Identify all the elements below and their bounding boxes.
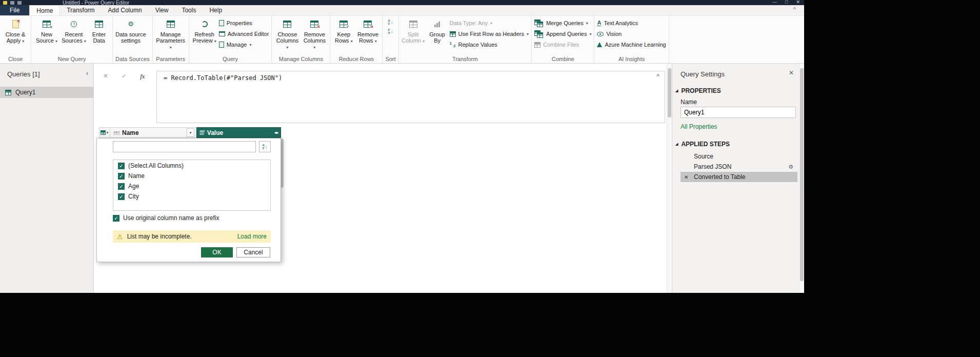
filter-search-input[interactable] xyxy=(113,141,256,152)
sort-az-icon: AZ ↓ xyxy=(263,144,268,150)
manage-parameters-button[interactable]: Manage Parameters ▾ xyxy=(155,16,186,51)
sort-arrow-icon: ↓ xyxy=(391,29,393,34)
filter-item-age[interactable]: ✓ Age xyxy=(113,181,270,191)
vision-button[interactable]: Vision xyxy=(597,30,666,37)
text-analytics-button[interactable]: A Text Analytics xyxy=(597,19,666,27)
settings-vertical-scrollbar[interactable] xyxy=(799,64,804,293)
formula-text[interactable]: = Record.ToTable(#"Parsed JSON") xyxy=(164,74,282,82)
tab-add-column[interactable]: Add Column xyxy=(102,5,149,15)
tab-view[interactable]: View xyxy=(149,5,175,15)
caret-down-icon: ▾ xyxy=(375,39,377,44)
column-header-name[interactable]: ABC Name ▾ xyxy=(110,127,196,138)
choose-columns-button[interactable]: Choose Columns ▾ xyxy=(274,16,300,51)
properties-button[interactable]: Properties xyxy=(219,19,269,27)
remove-rows-button[interactable]: Remove Rows ▾ xyxy=(356,16,379,45)
scrollbar-thumb[interactable] xyxy=(800,68,804,281)
checkbox-checked[interactable]: ✓ xyxy=(113,215,119,222)
merge-queries-button[interactable]: Merge Queries ▾ xyxy=(534,19,592,27)
main-content: Queries [1] ‹ Query1 ✕ ✓ fx = Record.ToT… xyxy=(0,64,804,293)
cancel-button[interactable]: Cancel xyxy=(236,247,270,257)
tab-home[interactable]: Home xyxy=(29,5,60,15)
keep-rows-button[interactable]: Keep Rows ▾ xyxy=(333,16,354,45)
enter-data-icon xyxy=(95,18,103,30)
query-list-item-query1[interactable]: Query1 xyxy=(0,87,93,98)
tab-help[interactable]: Help xyxy=(203,5,229,15)
column-filter-button[interactable]: ▾ xyxy=(187,128,194,137)
combine-files-button[interactable]: Combine Files xyxy=(534,41,592,48)
query-name-input[interactable] xyxy=(681,107,796,118)
formula-cancel-icon[interactable]: ✕ xyxy=(103,72,108,81)
combine-files-icon xyxy=(534,42,541,48)
formula-bar[interactable]: = Record.ToTable(#"Parsed JSON") ^ xyxy=(156,71,665,123)
split-column-button[interactable]: Split Column ▾ xyxy=(402,16,425,45)
group-label-new-query: New Query xyxy=(34,55,110,63)
manage-icon xyxy=(219,42,224,48)
enter-data-button[interactable]: Enter Data xyxy=(88,16,110,44)
all-properties-link[interactable]: All Properties xyxy=(681,123,717,130)
minimize-button[interactable]: — xyxy=(772,0,777,5)
close-and-apply-button[interactable]: Close & Apply ▾ xyxy=(3,16,28,45)
replace-values-button[interactable]: 12 Replace Values xyxy=(450,41,529,48)
group-by-button[interactable]: Group By xyxy=(427,16,448,44)
data-source-settings-button[interactable]: ⚙ Data source settings xyxy=(115,16,146,44)
collapse-ribbon-icon[interactable]: ^ xyxy=(793,6,796,12)
properties-section-header[interactable]: ◢ PROPERTIES xyxy=(675,87,721,94)
editor-vertical-scrollbar[interactable] xyxy=(667,64,672,293)
load-more-link[interactable]: Load more xyxy=(237,233,267,240)
new-source-button[interactable]: New Source ▾ xyxy=(34,16,59,45)
checkbox-checked[interactable]: ✓ xyxy=(118,173,125,180)
checkbox-checked[interactable]: ✓ xyxy=(118,183,125,190)
append-queries-button[interactable]: Append Queries ▾ xyxy=(534,30,592,37)
ok-button[interactable]: OK xyxy=(201,247,233,257)
undo-icon[interactable] xyxy=(17,1,22,5)
formula-bar-collapse-icon[interactable]: ^ xyxy=(656,73,659,80)
step-source[interactable]: Source xyxy=(681,151,797,162)
delete-step-icon[interactable]: ✕ xyxy=(684,174,688,180)
merge-queries-icon xyxy=(534,19,544,27)
step-settings-gear-icon[interactable]: ⚙ xyxy=(788,164,793,170)
remove-columns-icon xyxy=(310,18,318,30)
step-parsed-json[interactable]: Parsed JSON ⚙ xyxy=(681,162,797,172)
tab-tools[interactable]: Tools xyxy=(175,5,203,15)
advanced-editor-button[interactable]: Advanced Editor xyxy=(219,30,269,37)
sort-descending-button[interactable]: ZA ↓ xyxy=(388,28,393,34)
refresh-preview-button[interactable]: Refresh Preview ▾ xyxy=(192,16,217,45)
azure-machine-learning-button[interactable]: Azure Machine Learning xyxy=(597,41,666,48)
filter-sort-button[interactable]: AZ ↓ xyxy=(259,141,271,152)
filter-item-name[interactable]: ✓ Name xyxy=(113,171,270,181)
prefix-option[interactable]: ✓ Use original column name as prefix xyxy=(113,214,219,222)
split-column-icon xyxy=(409,18,417,30)
column-type-any-icon[interactable]: ABC123 xyxy=(199,130,205,135)
tab-transform[interactable]: Transform xyxy=(60,5,101,15)
maximize-button[interactable]: □ xyxy=(785,0,788,5)
use-first-row-as-headers-button[interactable]: Use First Row as Headers ▾ xyxy=(450,30,529,37)
group-label-close: Close xyxy=(3,55,28,63)
checkbox-checked[interactable]: ✓ xyxy=(118,163,125,169)
ribbon-group-close: Close & Apply ▾ Close xyxy=(0,16,31,63)
save-icon[interactable] xyxy=(10,1,14,5)
close-settings-icon[interactable]: ✕ xyxy=(789,69,794,76)
column-header-value[interactable]: ABC123 Value ◂▸ xyxy=(196,127,281,138)
close-window-button[interactable]: ✕ xyxy=(796,0,800,5)
column-type-text-icon[interactable]: ABC xyxy=(113,131,120,135)
formula-commit-icon[interactable]: ✓ xyxy=(122,72,127,81)
remove-columns-button[interactable]: Remove Columns ▾ xyxy=(302,16,327,51)
grid-select-all-corner[interactable]: ▾ xyxy=(99,127,110,138)
ribbon-group-combine: Merge Queries ▾ Append Queries ▾ Combine… xyxy=(532,16,595,63)
collapse-queries-pane-icon[interactable]: ‹ xyxy=(86,69,88,77)
filter-item-city[interactable]: ✓ City xyxy=(113,191,270,202)
sort-ascending-button[interactable]: AZ ↓ xyxy=(388,19,393,25)
filter-item-select-all[interactable]: ✓ (Select All Columns) xyxy=(113,161,270,171)
step-converted-to-table[interactable]: ✕ Converted to Table xyxy=(681,172,797,182)
quick-access-toolbar xyxy=(3,1,22,5)
manage-button[interactable]: Manage ▾ xyxy=(219,41,269,48)
tab-file[interactable]: File xyxy=(0,5,29,15)
column-expand-icon[interactable]: ◂▸ xyxy=(274,130,278,135)
data-type-button[interactable]: Data Type: Any ▾ xyxy=(450,19,529,27)
queries-pane: Queries [1] ‹ Query1 xyxy=(0,64,94,293)
query-table-icon xyxy=(5,90,11,95)
scrollbar-thumb[interactable] xyxy=(668,68,671,117)
recent-sources-button[interactable]: Recent Sources ▾ xyxy=(61,16,87,45)
applied-steps-section-header[interactable]: ◢ APPLIED STEPS xyxy=(675,141,730,148)
checkbox-checked[interactable]: ✓ xyxy=(118,193,125,200)
